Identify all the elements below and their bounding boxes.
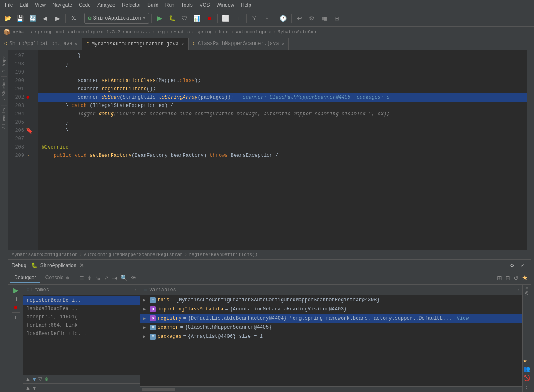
menu-run[interactable]: Run bbox=[162, 1, 178, 9]
frame-filter-btn[interactable]: ▽ bbox=[38, 376, 42, 382]
tab-mybatis[interactable]: C MybatisAutoConfiguration.java ✕ bbox=[82, 38, 188, 50]
vars-right-arrow[interactable]: → bbox=[516, 287, 519, 293]
pause-btn[interactable]: ⏸ bbox=[13, 296, 18, 302]
menu-code[interactable]: Code bbox=[75, 1, 94, 9]
resume-btn[interactable]: ▶ bbox=[13, 286, 18, 294]
forward-btn[interactable]: ▶ bbox=[52, 12, 63, 24]
step-into-btn[interactable]: ↘ bbox=[94, 273, 102, 283]
bc-6[interactable]: autoconfigure bbox=[236, 30, 272, 35]
debugger-tab[interactable]: Debugger bbox=[10, 273, 40, 283]
frame-4[interactable]: loadBeanDefinitio... bbox=[23, 330, 140, 338]
git-btn[interactable]: ⑂ bbox=[261, 12, 273, 24]
var-importing-expand[interactable]: ▶ bbox=[143, 307, 148, 312]
frame-scroll-up-btn[interactable]: ▲ bbox=[25, 385, 31, 391]
console-tab[interactable]: Console ⊕ bbox=[41, 273, 73, 283]
settings-btn[interactable]: ⚙ bbox=[306, 12, 318, 24]
back-btn[interactable]: ◀ bbox=[39, 12, 51, 24]
run-btn[interactable]: ▶ bbox=[154, 12, 165, 24]
step-over-btn[interactable]: ⬜ bbox=[220, 12, 232, 24]
debug-people-icon[interactable]: 👥 bbox=[523, 366, 530, 373]
menu-analyze[interactable]: Analyze bbox=[94, 1, 119, 9]
menu-file[interactable]: File bbox=[2, 1, 16, 9]
menu-refactor[interactable]: Refactor bbox=[119, 1, 144, 9]
run-to-cursor-btn[interactable]: ⇥ bbox=[111, 273, 118, 283]
bc-2[interactable]: org bbox=[157, 30, 165, 35]
menu-vcs[interactable]: VCS bbox=[196, 1, 213, 9]
stop-btn[interactable]: ■ bbox=[204, 12, 215, 24]
bc-1[interactable]: mybatis-spring-boot-autoconfigure-1.3.2-… bbox=[13, 30, 150, 35]
run-config-selector[interactable]: ⚙ ShiroApplication ▼ bbox=[84, 13, 149, 24]
menu-navigate[interactable]: Navigate bbox=[49, 1, 75, 9]
step-out-btn[interactable]: ↗ bbox=[102, 273, 110, 283]
var-scanner-expand[interactable]: ▶ bbox=[143, 325, 148, 330]
var-packages-expand[interactable]: ▶ bbox=[143, 334, 148, 339]
frame-2[interactable]: accept:-1, 11601( bbox=[23, 313, 140, 321]
debug-btn[interactable]: 🐛 bbox=[166, 12, 178, 24]
right-scrollbar[interactable] bbox=[527, 50, 531, 250]
eb-3[interactable]: registerBeanDefinitions() bbox=[189, 252, 257, 257]
sync-btn[interactable]: 💾 bbox=[14, 12, 26, 24]
open-btn[interactable]: 📂 bbox=[2, 12, 13, 24]
menu-edit[interactable]: Edit bbox=[16, 1, 32, 9]
code-area[interactable]: } } scanner.setAnnotationClass(Mapper.cl… bbox=[38, 50, 527, 250]
coverage-btn[interactable]: 🛡 bbox=[179, 12, 190, 24]
web-sidebar-tab[interactable]: Web bbox=[524, 285, 530, 298]
menu-view[interactable]: View bbox=[32, 1, 49, 9]
debug-extra-btn3[interactable]: ↺ bbox=[512, 273, 520, 283]
eb-2[interactable]: AutoConfiguredMapperScannerRegistrar bbox=[84, 252, 183, 257]
stop-debug-btn[interactable]: ■ bbox=[14, 304, 17, 310]
var-packages[interactable]: ▶ ≡ packages = {ArrayList@4406} size = 1 bbox=[140, 332, 522, 341]
menu-help[interactable]: Help bbox=[237, 1, 255, 9]
debug-settings-btn[interactable]: ⚙ bbox=[507, 261, 517, 270]
eb-1[interactable]: MybatisAutoConfiguration bbox=[12, 252, 77, 257]
mybatis-tab-close[interactable]: ✕ bbox=[181, 41, 184, 47]
frames-right-arrow[interactable]: → bbox=[133, 287, 136, 293]
bc-7[interactable]: MybatisAutoCon bbox=[278, 30, 316, 35]
menu-window[interactable]: Window bbox=[213, 1, 237, 9]
var-this-expand[interactable]: ▶ bbox=[143, 298, 148, 303]
debug-extra-btn1[interactable]: ⊞ bbox=[496, 273, 503, 283]
step-down-btn[interactable]: ↓ bbox=[232, 12, 244, 24]
bc-4[interactable]: spring bbox=[196, 30, 213, 35]
undo-btn[interactable]: ↩ bbox=[294, 12, 305, 24]
binary-btn[interactable]: 01 bbox=[68, 12, 80, 24]
layout-btn[interactable]: ▦ bbox=[319, 12, 330, 24]
sidebar-structure-tab[interactable]: 7: Structure bbox=[1, 76, 7, 103]
debug-extra-btn4[interactable]: ★ bbox=[521, 273, 529, 283]
step-frames-btn[interactable]: ≡ bbox=[79, 273, 85, 283]
menu-build[interactable]: Build bbox=[144, 1, 162, 9]
watches-btn[interactable]: 👁 bbox=[130, 273, 138, 283]
sidebar-project-tab[interactable]: 1: Project bbox=[1, 52, 7, 74]
frame-add-btn[interactable]: ⊕ bbox=[45, 376, 49, 382]
evaluate-btn[interactable]: 🔍 bbox=[119, 273, 129, 283]
history-btn[interactable]: 🕐 bbox=[277, 12, 289, 24]
debug-extra-btn2[interactable]: ⊟ bbox=[504, 273, 512, 283]
debug-expand-btn[interactable]: ⤢ bbox=[518, 261, 527, 270]
sidebar-favorites-tab[interactable]: 2: Favorites bbox=[1, 105, 7, 132]
frame-3[interactable]: forEach:684, Link bbox=[23, 321, 140, 330]
vars-scroll-bar[interactable] bbox=[140, 386, 522, 392]
tab-shiro[interactable]: C ShiroApplication.java ✕ bbox=[0, 38, 82, 50]
more-icon[interactable]: ⋮ bbox=[523, 383, 530, 390]
profile-btn[interactable]: 📊 bbox=[191, 12, 203, 24]
add-watch-btn[interactable]: + bbox=[14, 314, 17, 321]
star-icon[interactable]: ★ bbox=[523, 357, 530, 364]
sync2-btn[interactable]: 🔄 bbox=[27, 12, 38, 24]
branch-btn[interactable]: Y bbox=[249, 12, 260, 24]
menu-tools[interactable]: Tools bbox=[178, 1, 196, 9]
var-registry-expand[interactable]: ▶ bbox=[143, 316, 148, 321]
extra-btn[interactable]: ⊞ bbox=[331, 12, 343, 24]
scanner-tab-close[interactable]: ✕ bbox=[282, 41, 284, 47]
no-icon[interactable]: 🚫 bbox=[523, 375, 530, 382]
bc-5[interactable]: boot bbox=[219, 30, 230, 35]
var-registry[interactable]: ▶ p registry = {DefaultListableBeanFacto… bbox=[140, 314, 522, 323]
bc-3[interactable]: mybatis bbox=[171, 30, 190, 35]
var-scanner[interactable]: ▶ ≡ scanner = {ClassPathMapperScanner@44… bbox=[140, 323, 522, 332]
tab-scanner[interactable]: C ClassPathMapperScanner.java ✕ bbox=[189, 38, 289, 50]
step-over-dbg-btn[interactable]: ↡ bbox=[86, 273, 93, 283]
frame-0[interactable]: registerBeanDefi... bbox=[23, 296, 140, 305]
var-importing[interactable]: ▶ p importingClassMetadata = {Annotation… bbox=[140, 305, 522, 314]
var-registry-view-link[interactable]: View bbox=[457, 315, 469, 321]
frame-scroll-down-btn[interactable]: ▼ bbox=[32, 385, 37, 391]
debug-close-btn[interactable]: ✕ bbox=[80, 262, 84, 268]
